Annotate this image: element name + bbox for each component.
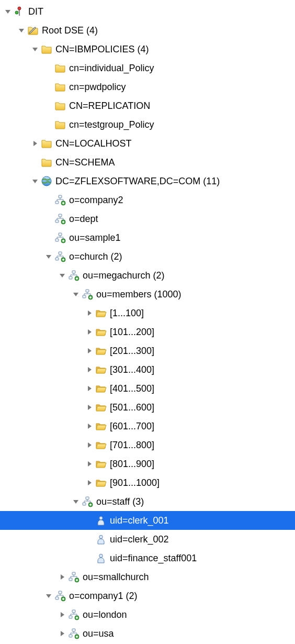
tree-item-label: ou=usa — [83, 628, 117, 639]
tree-row[interactable]: cn=testgroup_Policy — [0, 115, 295, 134]
tree-row[interactable]: [901...1000] — [0, 473, 295, 492]
disclosure-down-icon[interactable] — [30, 45, 40, 54]
disclosure-down-icon[interactable] — [44, 591, 53, 601]
tree-item-label: uid=clerk_002 — [110, 534, 172, 545]
person-icon — [95, 515, 107, 526]
tree-row[interactable]: uid=finance_staff001 — [0, 549, 295, 568]
disclosure-down-icon[interactable] — [71, 290, 81, 299]
folder-open-icon — [95, 326, 107, 338]
disclosure-none — [44, 101, 53, 110]
svg-rect-12 — [55, 239, 59, 241]
org-unit-icon — [68, 270, 80, 281]
svg-rect-24 — [83, 295, 86, 298]
disclosure-right-icon[interactable] — [85, 440, 94, 450]
disclosure-none — [85, 553, 94, 563]
org-unit-icon — [68, 628, 80, 639]
tree-row[interactable]: ou=london — [0, 605, 295, 624]
tree-item-label: o=company1 (2) — [69, 591, 141, 602]
disclosure-right-icon[interactable] — [85, 478, 94, 487]
tree-row[interactable]: [301...400] — [0, 360, 295, 379]
tree-row[interactable]: CN=LOCALHOST — [0, 134, 295, 153]
disclosure-right-icon[interactable] — [85, 403, 94, 412]
tree-row[interactable]: o=church (2) — [0, 247, 295, 266]
org-unit-icon — [54, 213, 66, 225]
tree-row[interactable]: uid=clerk_002 — [0, 530, 295, 549]
disclosure-down-icon[interactable] — [3, 7, 13, 16]
disclosure-down-icon[interactable] — [17, 26, 26, 35]
svg-rect-46 — [72, 629, 75, 631]
svg-rect-43 — [69, 616, 72, 618]
tree-item-label: [501...600] — [110, 402, 157, 413]
tree-row[interactable]: [1...100] — [0, 304, 295, 323]
tree-row[interactable]: ou=members (1000) — [0, 285, 295, 304]
folder-icon — [54, 62, 66, 74]
disclosure-down-icon[interactable] — [71, 497, 81, 506]
disclosure-right-icon[interactable] — [85, 459, 94, 469]
tree-row[interactable]: [201...300] — [0, 341, 295, 360]
svg-rect-42 — [72, 610, 75, 613]
svg-point-0 — [18, 7, 21, 10]
disclosure-right-icon[interactable] — [58, 610, 67, 619]
folder-icon — [54, 119, 66, 130]
tree-row[interactable]: [701...800] — [0, 436, 295, 454]
folder-open-icon — [95, 383, 107, 394]
ldap-tree[interactable]: DIT Root DSE (4) CN=IBMPOLICIES (4) cn=i… — [0, 0, 295, 644]
tree-row[interactable]: CN=REPLICATION — [0, 96, 295, 115]
svg-rect-15 — [59, 252, 62, 254]
tree-item-label: ou=members (1000) — [96, 289, 185, 300]
tree-row[interactable]: [601...700] — [0, 417, 295, 436]
disclosure-right-icon[interactable] — [58, 572, 67, 582]
tree-row[interactable]: ou=megachurch (2) — [0, 266, 295, 285]
tree-row[interactable]: cn=pwdpolicy — [0, 77, 295, 96]
folder-icon — [41, 138, 52, 149]
tree-item-label: cn=pwdpolicy — [69, 82, 129, 93]
tree-row[interactable]: [501...600] — [0, 398, 295, 417]
folder-open-icon — [95, 477, 107, 488]
tree-row[interactable]: CN=SCHEMA — [0, 153, 295, 172]
tree-row[interactable]: ou=smallchurch — [0, 568, 295, 586]
tree-row[interactable]: ou=sample1 — [0, 228, 295, 247]
org-unit-icon — [54, 194, 66, 206]
tree-row[interactable]: o=dept — [0, 209, 295, 228]
disclosure-down-icon[interactable] — [44, 252, 53, 261]
org-unit-icon — [82, 288, 93, 300]
disclosure-right-icon[interactable] — [85, 365, 94, 374]
tree-item-label: o=church (2) — [69, 251, 126, 262]
disclosure-right-icon[interactable] — [85, 308, 94, 318]
svg-rect-47 — [69, 635, 72, 637]
svg-rect-27 — [86, 497, 89, 499]
disclosure-right-icon[interactable] — [85, 421, 94, 431]
folder-open-icon — [95, 364, 107, 375]
disclosure-right-icon[interactable] — [85, 346, 94, 356]
tree-row[interactable]: cn=individual_Policy — [0, 59, 295, 77]
folder-open-icon — [95, 420, 107, 432]
tree-row[interactable]: ou=usa — [0, 624, 295, 643]
svg-rect-19 — [72, 271, 75, 273]
disclosure-right-icon[interactable] — [58, 629, 67, 638]
tree-row[interactable]: DIT — [0, 2, 295, 21]
disclosure-down-icon[interactable] — [30, 176, 40, 186]
svg-rect-3 — [59, 195, 62, 198]
tree-row[interactable]: Root DSE (4) — [0, 21, 295, 40]
tree-item-label: Root DSE (4) — [42, 25, 101, 36]
svg-rect-7 — [59, 214, 62, 217]
tree-item-label: ou=smallchurch — [83, 572, 152, 583]
tree-row[interactable]: [801...900] — [0, 454, 295, 473]
tree-row[interactable]: [101...200] — [0, 323, 295, 341]
tree-item-label: [301...400] — [110, 364, 157, 375]
disclosure-down-icon[interactable] — [58, 271, 67, 280]
tree-row[interactable]: o=company1 (2) — [0, 586, 295, 605]
svg-point-32 — [99, 535, 103, 538]
tree-row[interactable]: CN=IBMPOLICIES (4) — [0, 40, 295, 59]
tree-row[interactable]: uid=clerk_001 — [0, 511, 295, 530]
tree-row[interactable]: DC=ZFLEXSOFTWARE,DC=COM (11) — [0, 172, 295, 191]
tree-row[interactable]: ou=staff (3) — [0, 492, 295, 511]
tree-row[interactable]: o=company2 — [0, 191, 295, 209]
tree-item-label: cn=testgroup_Policy — [69, 119, 157, 130]
folder-icon — [54, 81, 66, 93]
disclosure-right-icon[interactable] — [85, 327, 94, 337]
tree-item-label: [701...800] — [110, 440, 157, 451]
disclosure-right-icon[interactable] — [30, 139, 40, 148]
disclosure-right-icon[interactable] — [85, 384, 94, 393]
tree-row[interactable]: [401...500] — [0, 379, 295, 398]
